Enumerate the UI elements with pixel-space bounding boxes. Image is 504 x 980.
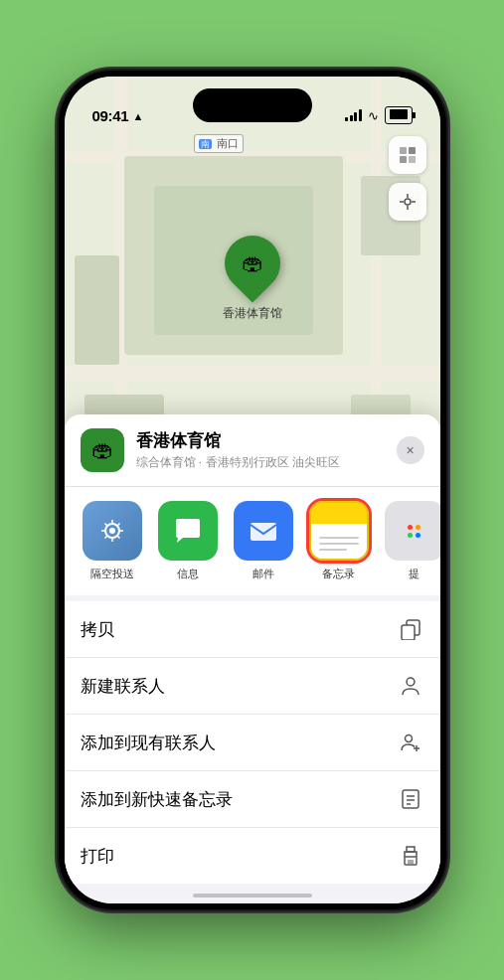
more-icon <box>385 501 440 561</box>
print-label: 打印 <box>81 845 397 868</box>
svg-point-15 <box>405 735 412 742</box>
status-time: 09:41 <box>92 107 129 124</box>
share-item-mail[interactable]: 邮件 <box>232 501 295 581</box>
map-pin-label: 香港体育馆 <box>223 305 282 322</box>
person-add-icon <box>397 729 424 756</box>
person-icon <box>397 672 424 700</box>
share-row: 隔空投送 信息 <box>65 487 440 601</box>
svg-rect-2 <box>400 156 407 163</box>
svg-rect-13 <box>402 625 415 640</box>
action-add-notes[interactable]: 添加到新快速备忘录 <box>65 771 440 828</box>
action-copy[interactable]: 拷贝 <box>65 601 440 658</box>
notes-label: 备忘录 <box>322 567 355 581</box>
printer-icon <box>397 842 424 870</box>
close-button[interactable]: × <box>397 436 424 464</box>
bottom-sheet: 🏟 香港体育馆 综合体育馆 · 香港特别行政区 油尖旺区 × <box>65 414 440 903</box>
action-new-contact[interactable]: 新建联系人 <box>65 658 440 715</box>
more-label: 提 <box>409 567 420 581</box>
share-item-notes[interactable]: 备忘录 <box>307 501 371 581</box>
action-print[interactable]: 打印 <box>65 828 440 884</box>
map-pin-bubble: 🏟 <box>213 224 291 302</box>
map-controls <box>389 136 426 221</box>
copy-icon <box>397 615 424 643</box>
svg-point-14 <box>407 678 415 686</box>
location-name: 香港体育馆 <box>136 429 385 452</box>
map-type-button[interactable] <box>389 136 426 174</box>
location-venue-icon: 🏟 <box>81 428 124 472</box>
svg-rect-23 <box>407 847 415 852</box>
svg-point-10 <box>109 528 115 534</box>
map-block3 <box>75 255 119 365</box>
mail-label: 邮件 <box>252 567 274 581</box>
share-item-airdrop[interactable]: 隔空投送 <box>81 501 144 581</box>
home-indicator <box>193 894 312 898</box>
battery-icon <box>385 106 413 124</box>
svg-rect-0 <box>400 147 407 154</box>
svg-rect-18 <box>403 790 419 808</box>
svg-point-4 <box>405 199 411 205</box>
location-info: 香港体育馆 综合体育馆 · 香港特别行政区 油尖旺区 <box>136 429 385 471</box>
add-notes-label: 添加到新快速备忘录 <box>81 788 397 811</box>
share-item-more[interactable]: 提 <box>383 501 440 581</box>
action-add-existing[interactable]: 添加到现有联系人 <box>65 715 440 771</box>
svg-rect-3 <box>409 156 416 163</box>
share-item-message[interactable]: 信息 <box>156 501 220 581</box>
location-arrow-icon: ▲ <box>132 110 143 122</box>
dynamic-island <box>193 88 312 122</box>
map-pin: 🏟 香港体育馆 <box>223 236 282 322</box>
note-icon <box>397 785 424 813</box>
copy-label: 拷贝 <box>81 618 397 641</box>
phone-frame: 09:41 ▲ ∿ <box>59 71 446 909</box>
svg-rect-1 <box>409 147 416 154</box>
location-description: 综合体育馆 · 香港特别行政区 油尖旺区 <box>136 454 385 471</box>
status-icons: ∿ <box>345 106 413 124</box>
add-existing-label: 添加到现有联系人 <box>81 732 397 754</box>
mail-icon <box>234 501 293 561</box>
new-contact-label: 新建联系人 <box>81 675 397 698</box>
wifi-icon: ∿ <box>368 108 379 123</box>
message-icon <box>158 501 218 561</box>
airdrop-label: 隔空投送 <box>90 567 134 581</box>
action-list: 拷贝 新建联系人 <box>65 601 440 884</box>
location-header: 🏟 香港体育馆 综合体育馆 · 香港特别行政区 油尖旺区 × <box>65 414 440 487</box>
stadium-icon: 🏟 <box>242 250 263 276</box>
svg-rect-11 <box>251 523 276 541</box>
map-label-nankou: 南 南口 <box>194 134 244 153</box>
signal-bars-icon <box>345 109 362 121</box>
notes-icon <box>309 501 369 561</box>
airdrop-icon <box>83 501 142 561</box>
message-label: 信息 <box>177 567 199 581</box>
phone-screen: 09:41 ▲ ∿ <box>65 77 440 903</box>
location-button[interactable] <box>389 183 426 221</box>
